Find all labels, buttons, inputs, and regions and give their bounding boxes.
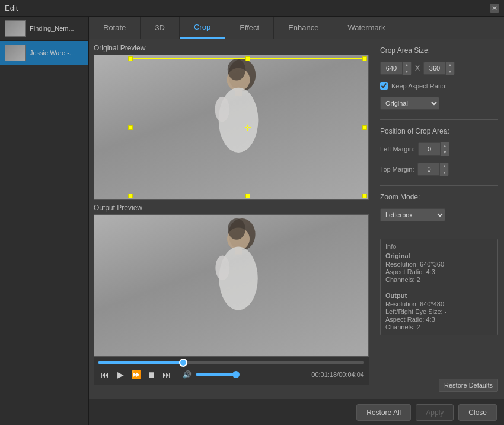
left-margin-spinners: ▲ ▼ xyxy=(440,142,449,156)
sidebar-thumb-jessie-ware xyxy=(5,45,26,61)
close-button[interactable]: Close xyxy=(458,404,497,421)
progress-bar-fill xyxy=(98,361,183,364)
progress-bar[interactable] xyxy=(98,361,364,364)
top-margin-input[interactable] xyxy=(418,166,439,173)
aspect-dropdown[interactable]: Original 16:9 4:3 1:1 Custom xyxy=(380,97,439,110)
crop-handle-bl[interactable] xyxy=(128,194,133,198)
volume-thumb[interactable] xyxy=(232,371,240,378)
sidebar: Finding_Nem... Jessie Ware -... xyxy=(0,17,89,425)
apply-button[interactable]: Apply xyxy=(416,404,454,421)
crop-handle-mr[interactable] xyxy=(362,125,367,130)
window-title: Edit xyxy=(5,4,18,12)
separator-1 xyxy=(380,119,498,120)
info-title: Info xyxy=(385,243,493,250)
sidebar-item-label-finding-nem: Finding_Nem... xyxy=(30,25,74,32)
seek-start-button[interactable]: ⏮ xyxy=(98,368,111,381)
position-label: Position of Crop Area: xyxy=(380,127,498,135)
crop-handle-tr[interactable] xyxy=(362,56,367,61)
crop-handle-ml[interactable] xyxy=(128,125,133,130)
top-margin-spinners: ▲ ▼ xyxy=(439,163,448,176)
tab-crop[interactable]: Crop xyxy=(180,17,225,39)
left-margin-input-group: ▲ ▼ xyxy=(418,142,449,156)
zoom-dropdown-row: Letterbox Pan & Scan Full xyxy=(380,208,498,221)
play-button[interactable]: ▶ xyxy=(114,368,127,381)
playback-controls: ⏮ ▶ ⏩ ⏹ ⏭ 🔊 00:01:18/00:04:04 xyxy=(98,368,364,381)
restore-all-button[interactable]: Restore All xyxy=(356,404,411,421)
crop-height-up[interactable]: ▲ xyxy=(446,62,454,68)
svg-point-4 xyxy=(215,97,229,122)
tab-effect[interactable]: Effect xyxy=(225,17,274,39)
crop-height-input[interactable] xyxy=(424,65,445,72)
keep-aspect-label: Keep Aspect Ratio: xyxy=(391,83,447,90)
action-bar: Restore All Apply Close xyxy=(89,399,504,425)
sidebar-thumb-finding-nem xyxy=(5,20,26,37)
separator-2 xyxy=(380,185,498,186)
info-output-label: Output xyxy=(385,292,493,299)
keep-aspect-checkbox[interactable] xyxy=(380,82,388,90)
sidebar-item-jessie-ware[interactable]: Jessie Ware -... xyxy=(0,41,88,65)
info-original-channels: Channels: 2 xyxy=(385,276,493,283)
original-preview-label: Original Preview xyxy=(94,44,369,52)
svg-point-11 xyxy=(228,218,245,240)
zoom-dropdown[interactable]: Letterbox Pan & Scan Full xyxy=(380,208,445,221)
titlebar: Edit ✕ xyxy=(0,0,504,17)
info-box: Info Original Resolution: 640*360 Aspect… xyxy=(380,239,498,335)
tab-watermark[interactable]: Watermark xyxy=(333,17,400,39)
left-margin-row: Left Margin: ▲ ▼ xyxy=(380,142,498,156)
crop-area-size-label: Crop Area Size: xyxy=(380,46,498,55)
crop-handle-br[interactable] xyxy=(362,194,367,198)
right-panel: Crop Area Size: ▲ ▼ X ▲ ▼ xyxy=(374,39,504,399)
fast-forward-button[interactable]: ⏩ xyxy=(129,368,142,381)
sidebar-item-finding-nem[interactable]: Finding_Nem... xyxy=(0,17,88,41)
seek-end-button[interactable]: ⏭ xyxy=(160,368,173,381)
crop-size-row: ▲ ▼ X ▲ ▼ xyxy=(380,62,498,75)
crop-width-up[interactable]: ▲ xyxy=(403,62,411,68)
volume-slider[interactable] xyxy=(196,373,237,376)
original-preview-frame: ✛ xyxy=(94,55,369,200)
svg-point-10 xyxy=(215,255,229,280)
top-margin-row: Top Margin: ▲ ▼ xyxy=(380,163,498,176)
person-silhouette-svg xyxy=(163,55,314,199)
window-close-button[interactable]: ✕ xyxy=(490,4,499,13)
crop-height-down[interactable]: ▼ xyxy=(446,68,454,75)
original-preview-image: ✛ xyxy=(94,55,368,199)
top-margin-up[interactable]: ▲ xyxy=(440,163,448,169)
left-margin-input[interactable] xyxy=(419,145,440,153)
left-margin-down[interactable]: ▼ xyxy=(441,149,449,156)
preview-area: Original Preview xyxy=(89,39,374,399)
crop-handle-tl[interactable] xyxy=(128,56,133,61)
workspace: Original Preview xyxy=(89,39,504,399)
info-original-label: Original xyxy=(385,252,493,259)
main-container: Finding_Nem... Jessie Ware -... Rotate 3… xyxy=(0,17,504,425)
sidebar-item-label-jessie-ware: Jessie Ware -... xyxy=(30,49,75,56)
separator-3 xyxy=(380,231,498,231)
top-margin-down[interactable]: ▼ xyxy=(440,169,448,176)
x-separator: X xyxy=(415,64,420,72)
crop-width-down[interactable]: ▼ xyxy=(403,68,411,75)
crop-width-spinners: ▲ ▼ xyxy=(402,62,411,75)
tab-rotate[interactable]: Rotate xyxy=(89,17,141,39)
svg-point-5 xyxy=(227,59,245,80)
volume-area: 🔊 xyxy=(180,368,237,381)
tab-3d[interactable]: 3D xyxy=(141,17,180,39)
output-preview-image xyxy=(94,215,368,356)
output-person-silhouette-svg xyxy=(163,215,314,356)
stop-button[interactable]: ⏹ xyxy=(145,368,158,381)
left-margin-up[interactable]: ▲ xyxy=(441,142,449,149)
volume-icon[interactable]: 🔊 xyxy=(180,368,193,381)
output-preview-frame xyxy=(94,214,369,357)
top-margin-label: Top Margin: xyxy=(380,166,414,173)
zoom-mode-label: Zoom Mode: xyxy=(380,193,498,201)
top-margin-input-group: ▲ ▼ xyxy=(417,163,449,176)
tab-enhance[interactable]: Enhance xyxy=(274,17,333,39)
crop-height-spinners: ▲ ▼ xyxy=(445,62,454,75)
content-area: Rotate 3D Crop Effect Enhance Watermark xyxy=(89,17,504,425)
info-output-aspect: Aspect Ratio: 4:3 xyxy=(385,316,493,323)
crop-width-input[interactable] xyxy=(381,65,402,72)
keep-aspect-row: Keep Aspect Ratio: xyxy=(380,82,498,90)
info-output-channels: Channels: 2 xyxy=(385,323,493,331)
crop-height-input-group: ▲ ▼ xyxy=(423,62,455,75)
info-output-lr-eye: Left/Right Eye Size: - xyxy=(385,308,493,315)
progress-bar-thumb[interactable] xyxy=(179,359,187,367)
restore-defaults-button[interactable]: Restore Defaults xyxy=(439,379,498,392)
